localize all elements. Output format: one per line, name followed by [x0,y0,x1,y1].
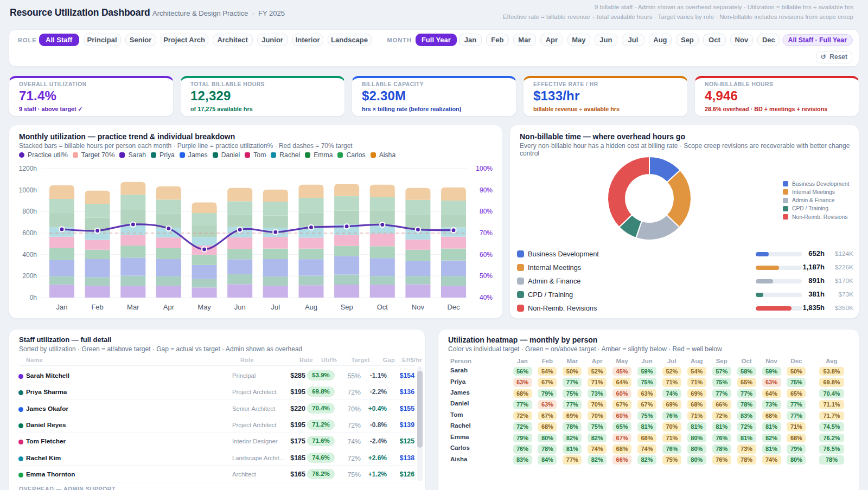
svg-text:Feb: Feb [91,303,103,311]
svg-text:40%: 40% [480,294,493,301]
svg-text:60%: 60% [480,251,493,259]
svg-text:Jan: Jan [56,303,68,311]
svg-text:Oct: Oct [377,303,388,311]
svg-text:May: May [197,303,211,311]
svg-text:100%: 100% [476,165,493,172]
svg-text:Nov: Nov [412,303,425,311]
svg-text:Aug: Aug [305,303,317,311]
svg-text:80%: 80% [480,208,493,215]
svg-text:Sep: Sep [341,303,353,311]
svg-text:Jun: Jun [234,303,246,311]
svg-text:0h: 0h [30,294,37,301]
svg-text:400h: 400h [22,251,37,259]
svg-text:200h: 200h [22,272,37,280]
svg-text:800h: 800h [22,208,37,215]
svg-text:Jul: Jul [271,303,280,311]
svg-text:Mar: Mar [127,303,139,311]
svg-text:1200h: 1200h [19,165,37,172]
svg-text:600h: 600h [22,229,37,237]
svg-text:1000h: 1000h [19,186,37,194]
svg-text:90%: 90% [480,186,493,194]
svg-text:70%: 70% [480,229,493,237]
svg-text:50%: 50% [480,272,493,280]
svg-text:Apr: Apr [163,303,175,311]
svg-text:Dec: Dec [447,303,460,311]
